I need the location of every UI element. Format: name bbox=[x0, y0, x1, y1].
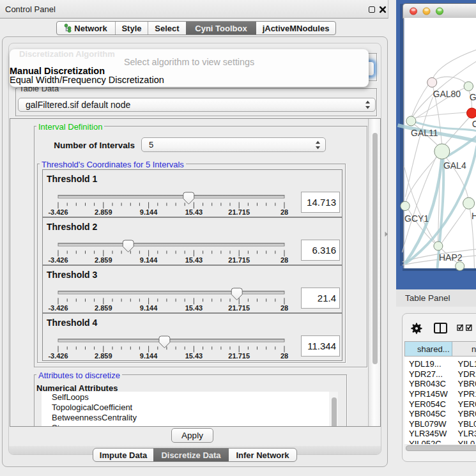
svg-text:-3.426: -3.426 bbox=[48, 208, 68, 216]
svg-text:-3.426: -3.426 bbox=[48, 304, 68, 312]
svg-text:-3.426: -3.426 bbox=[48, 351, 68, 359]
svg-text:2.859: 2.859 bbox=[95, 256, 112, 264]
svg-text:9.144: 9.144 bbox=[140, 256, 158, 264]
svg-text:2.859: 2.859 bbox=[95, 351, 112, 359]
svg-text:28: 28 bbox=[280, 304, 288, 312]
svg-text:28: 28 bbox=[280, 256, 288, 264]
svg-text:15.43: 15.43 bbox=[185, 351, 203, 359]
svg-text:C: C bbox=[472, 119, 476, 129]
svg-text:GAL4: GAL4 bbox=[443, 160, 466, 171]
svg-text:GCY1: GCY1 bbox=[404, 213, 429, 224]
svg-text:15.43: 15.43 bbox=[185, 208, 203, 216]
svg-text:28: 28 bbox=[280, 208, 288, 216]
svg-text:15.43: 15.43 bbox=[185, 256, 203, 264]
svg-text:2.859: 2.859 bbox=[95, 208, 112, 216]
svg-text:21.715: 21.715 bbox=[228, 208, 250, 216]
svg-text:21.715: 21.715 bbox=[228, 256, 250, 264]
svg-text:9.144: 9.144 bbox=[140, 304, 158, 312]
svg-text:H: H bbox=[472, 211, 476, 221]
svg-text:GAL80: GAL80 bbox=[433, 89, 461, 99]
svg-text:21.715: 21.715 bbox=[228, 304, 250, 312]
svg-text:21.715: 21.715 bbox=[228, 351, 250, 359]
svg-text:2.859: 2.859 bbox=[95, 304, 112, 312]
svg-text:15.43: 15.43 bbox=[185, 304, 203, 312]
svg-text:HAP2: HAP2 bbox=[439, 252, 463, 263]
svg-text:9.144: 9.144 bbox=[140, 208, 158, 216]
svg-text:GAL11: GAL11 bbox=[411, 128, 438, 138]
svg-text:28: 28 bbox=[280, 351, 288, 359]
svg-text:GA: GA bbox=[470, 92, 476, 102]
svg-text:-3.426: -3.426 bbox=[48, 256, 68, 264]
svg-text:9.144: 9.144 bbox=[140, 351, 158, 359]
